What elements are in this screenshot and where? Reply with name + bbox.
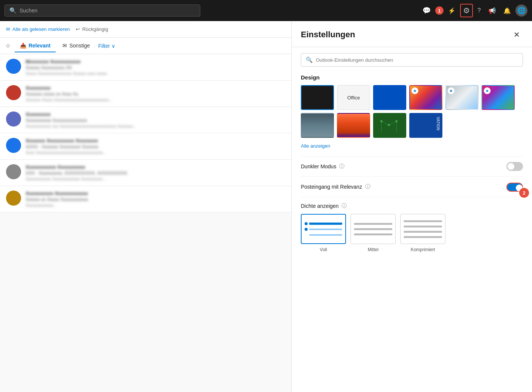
dark-mode-info-icon[interactable]: ⓘ (339, 163, 345, 170)
density-bar-gray (354, 228, 392, 230)
mail-subject: XXX - Xxxxxxxxxx, XXXXXXXXXX, XXXXXXXXXX (26, 171, 285, 176)
density-bar-gray (404, 236, 442, 238)
bolt-icon: ⚡ (448, 7, 456, 14)
density-info-icon[interactable]: ⓘ (341, 203, 347, 209)
mail-list: Mxxxxxxx Xxxxxxxxxxx Xxxxxx Xxxxxxxxxx X… (0, 54, 291, 392)
density-medium-option[interactable]: Mittel (351, 214, 396, 252)
filter-button[interactable]: Filter ∨ (98, 43, 115, 49)
design-section-label: Design (301, 74, 523, 81)
theme-blue[interactable] (373, 85, 406, 110)
mail-preview: Xxxxxxxxxxxx xxx Xxxxxxxxxxxxxxxxxxxxxxx… (26, 124, 285, 128)
list-item[interactable]: Xxxxxxxxx Xxxxxxx xxxxx xx Xxxx Xx. Xxxx… (0, 81, 291, 107)
undo-button[interactable]: ↩ Rückgängig (76, 26, 108, 32)
density-bar (309, 223, 342, 225)
bell-button[interactable]: 🔔 (500, 5, 514, 17)
settings-search-input[interactable] (316, 57, 518, 63)
density-options: Voll Mittel (301, 214, 523, 252)
mail-panel: ✉ Alle als gelesen markieren ↩ Rückgängi… (0, 21, 292, 392)
mark-all-read-label: Alle als gelesen markieren (12, 26, 70, 32)
sonstige-icon: ✉ (62, 43, 67, 49)
list-item[interactable]: Xxxxxxxxxxx Xxxxxxxxxx XXX - Xxxxxxxxxx,… (0, 160, 291, 186)
theme-colorful[interactable]: ★ (482, 85, 515, 110)
avatar (6, 164, 21, 179)
mark-all-read-button[interactable]: ✉ Alle als gelesen markieren (6, 26, 70, 32)
check-all-button[interactable]: ○ (6, 42, 10, 50)
avatar (6, 111, 21, 127)
megaphone-button[interactable]: 📢 (485, 5, 499, 17)
chevron-down-icon: ∨ (111, 43, 115, 49)
avatar[interactable]: 🌐 (515, 5, 527, 17)
theme-innovation[interactable]: VATION (409, 113, 442, 138)
show-all-themes-link[interactable]: Alle anzeigen (301, 143, 330, 149)
search-box[interactable]: 🔍 Suchen (5, 5, 200, 17)
list-item[interactable]: Xxxxxxx Xxxxxxxxxx Xxxxxxxx XXXX - Xxxxx… (0, 133, 291, 160)
star-badge: ★ (484, 87, 491, 94)
sonstige-tab-label: Sonstige (69, 43, 90, 49)
focused-inbox-info-icon[interactable]: ⓘ (365, 183, 370, 190)
star-badge: ★ (412, 87, 418, 94)
mail-subject: Xxxxxx Xxxxxxxxxx XX (26, 65, 285, 70)
density-bar-sub (309, 234, 342, 236)
gear-icon: ⚙ (463, 6, 470, 15)
list-item[interactable]: Mxxxxxxx Xxxxxxxxxxx Xxxxxx Xxxxxxxxxx X… (0, 54, 291, 81)
question-button[interactable]: ? (474, 5, 484, 16)
settings-header: Einstellungen ✕ (292, 21, 532, 47)
theme-black[interactable] (301, 85, 334, 110)
list-item[interactable]: Xxxxxxxxx Xxxxxxxxxxx Xxxxxxxxxxxxxxx Xx… (0, 107, 291, 133)
theme-gradient2[interactable]: ★ (445, 85, 479, 110)
close-settings-button[interactable]: ✕ (511, 29, 523, 41)
mail-preview: Xxxxxxx Xxxxx Xxxxxxxxxxxxxxxxxxxxxxxxxx… (26, 98, 285, 102)
undo-label: Rückgängig (82, 26, 108, 32)
tab-relevant[interactable]: 📥 Relevant (15, 40, 56, 52)
mail-preview: Xxxxxxxxxxxxx... (26, 203, 285, 207)
star-badge: ★ (448, 87, 454, 94)
dark-mode-label-group: Dunkler Modus ⓘ (301, 163, 345, 170)
density-full-option[interactable]: Voll (301, 214, 346, 252)
density-medium-label: Mittel (368, 247, 379, 252)
mail-sender: Xxxxxxxxxx Xxxxxxxxxxxx (26, 191, 285, 196)
settings-body: Design Office ★ ★ (292, 73, 532, 392)
mail-subject: XXXX - Xxxxxxx Xxxxxxxxx Xxxxxxx (26, 144, 285, 149)
tab-sonstige[interactable]: ✉ Sonstige (57, 40, 95, 52)
settings-panel: Einstellungen ✕ 🔍 Design Office (292, 21, 532, 392)
bolt-icon-button[interactable]: ⚡ (445, 5, 459, 17)
density-bar (309, 229, 342, 230)
settings-search-box[interactable]: 🔍 (301, 53, 523, 67)
density-compact-box (400, 214, 445, 244)
badge-2: 2 (519, 188, 529, 198)
density-dot (305, 228, 308, 231)
density-label-group: Dichte anzeigen ⓘ (301, 197, 523, 214)
mail-subject: Xxxxxx xx Xxxxx Xxxxxxxxxxxx (26, 197, 285, 202)
theme-sunset[interactable] (337, 113, 370, 138)
innovation-text: VATION (436, 117, 440, 130)
circuit-svg (374, 114, 405, 137)
mail-sender: Xxxxxxxxx (26, 111, 285, 117)
theme-circuit[interactable] (373, 113, 406, 138)
mail-content: Xxxxxxxxxx Xxxxxxxxxxxx Xxxxxx xx Xxxxx … (26, 191, 285, 207)
mail-preview: Xxxx Xxxxxxxxxxxxxxxxxxxxxxxxxxxxxxxx... (26, 150, 285, 155)
search-placeholder: Suchen (20, 8, 37, 14)
tabs-bar: ○ 📥 Relevant ✉ Sonstige Filter ∨ (0, 38, 291, 54)
dark-mode-row: Dunkler Modus ⓘ (301, 156, 523, 176)
dark-mode-toggle[interactable] (506, 162, 523, 171)
theme-gradient1[interactable]: ★ (409, 85, 442, 110)
gear-button[interactable]: ⚙ (460, 4, 473, 17)
mail-sender: Xxxxxxxxxxx Xxxxxxxxxx (26, 164, 285, 170)
avatar (6, 59, 21, 74)
mail-sender: Xxxxxxxxx (26, 85, 285, 91)
theme-office[interactable]: Office (337, 85, 370, 110)
list-item[interactable]: Xxxxxxxxxx Xxxxxxxxxxxx Xxxxxx xx Xxxxx … (0, 186, 291, 212)
avatar-icon: 🌐 (517, 6, 526, 15)
avatar (6, 85, 21, 100)
density-medium-box (351, 214, 396, 244)
megaphone-icon: 📢 (488, 7, 496, 14)
theme-mountain[interactable] (301, 113, 334, 138)
relevant-tab-label: Relevant (29, 43, 50, 49)
density-compact-label: Komprimiert (411, 247, 435, 252)
mail-content: Xxxxxxx Xxxxxxxxxx Xxxxxxxx XXXX - Xxxxx… (26, 138, 285, 155)
mail-content: Xxxxxxxxx Xxxxxxx xxxxx xx Xxxx Xx. Xxxx… (26, 85, 285, 102)
chat-icon-button[interactable]: 💬 (419, 4, 434, 17)
mail-content: Mxxxxxxx Xxxxxxxxxxx Xxxxxx Xxxxxxxxxx X… (26, 59, 285, 76)
question-icon: ? (477, 7, 481, 14)
density-compact-option[interactable]: Komprimiert (400, 214, 445, 252)
